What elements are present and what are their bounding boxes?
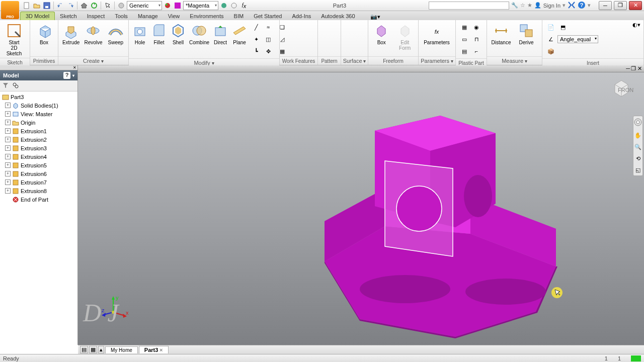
viewport-restore-icon[interactable]: ❐ (631, 65, 636, 71)
signin-link[interactable]: Sign In (543, 3, 560, 9)
tab-autodesk-360[interactable]: Autodesk 360 (316, 12, 360, 20)
combine-button[interactable]: Combine (189, 22, 209, 45)
plastic-lip-button[interactable]: ⌐ (471, 46, 482, 57)
tree-item[interactable]: +Extrusion1 (0, 127, 77, 135)
open-button[interactable] (32, 1, 41, 10)
tree-item[interactable]: +Solid Bodies(1) (0, 101, 77, 110)
plastic-snap-button[interactable]: ⊓ (471, 34, 482, 45)
angle-equal-combo[interactable]: Angle_equal▾ (557, 35, 598, 43)
plastic-boss-button[interactable]: ◉ (471, 22, 482, 33)
plastic-rest-button[interactable]: ▭ (459, 34, 470, 45)
thread-button[interactable]: ≈ (263, 22, 274, 33)
view-cube[interactable]: FRONT (609, 75, 634, 101)
save-button[interactable] (42, 1, 51, 10)
fx-button[interactable]: fx (239, 1, 249, 10)
tab-grid-icon[interactable]: ▦ (89, 346, 97, 353)
tab-inspect[interactable]: Inspect (82, 12, 110, 20)
browser-header[interactable]: Model? (0, 70, 77, 80)
tab-manage[interactable]: Manage (133, 12, 163, 20)
tab-get-started[interactable]: Get Started (249, 12, 287, 20)
tree-item[interactable]: +Extrusion8 (0, 187, 77, 195)
ucs-button[interactable]: ┗ (251, 46, 262, 57)
style-combo[interactable]: Generic (127, 1, 162, 10)
split-button[interactable]: ◫ (263, 34, 274, 45)
revolve-button[interactable]: Revolve (84, 22, 103, 45)
tab-tools[interactable]: Tools (110, 12, 133, 20)
plastic-rule-button[interactable]: ▤ (459, 46, 470, 57)
find-icon[interactable] (12, 82, 19, 90)
sweep-button[interactable]: Sweep (106, 22, 125, 45)
new-button[interactable] (22, 1, 31, 10)
insert-object-button[interactable]: 📦 (545, 46, 556, 57)
fillet-button[interactable]: Fillet (151, 22, 167, 45)
color-combo[interactable]: *Magenta (183, 1, 218, 10)
tree-item[interactable]: +Extrusion2 (0, 135, 77, 144)
tab-sketch[interactable]: Sketch (55, 12, 82, 20)
box-primitive-button[interactable]: Box (33, 22, 55, 45)
viewport-close-icon[interactable]: ✕ (637, 65, 642, 71)
derive-button[interactable]: Derive (515, 22, 537, 45)
tree-item[interactable]: +Extrusion5 (0, 161, 77, 169)
plastic-grill-button[interactable]: ▦ (459, 22, 470, 33)
select-button[interactable] (103, 1, 112, 10)
update-button[interactable] (90, 1, 99, 10)
plane-button[interactable]: Plane (231, 22, 248, 45)
search-icon[interactable]: 🔧 (511, 2, 518, 9)
axis-button[interactable]: ╱ (251, 22, 262, 33)
tree-item[interactable]: +View: Master (0, 110, 77, 118)
tree-item[interactable]: +Origin (0, 118, 77, 127)
tree-item[interactable]: +Extrusion4 (0, 152, 77, 161)
tab-list-icon[interactable]: ▤ (80, 346, 88, 353)
freeform-box-button[interactable]: Box (371, 22, 392, 45)
undo-button[interactable] (56, 1, 65, 10)
tab-bim[interactable]: BIM (229, 12, 249, 20)
filter-icon[interactable] (2, 82, 9, 90)
search-input[interactable] (429, 2, 509, 10)
ribbon-options-button[interactable]: ◐▾ (632, 22, 640, 28)
insert-import-button[interactable]: 📄 (545, 22, 556, 33)
zoom-icon[interactable]: 🔍 (634, 144, 641, 150)
parameters-button[interactable]: fxParameters (422, 22, 452, 45)
insert-angle-icon[interactable]: ∠ (545, 34, 556, 45)
move-button[interactable]: ✥ (263, 46, 274, 57)
distance-button[interactable]: Distance (490, 22, 512, 45)
tab-view[interactable]: View (163, 12, 185, 20)
shell-button[interactable]: Shell (170, 22, 186, 45)
redo-button[interactable] (66, 1, 75, 10)
tab-environments[interactable]: Environments (185, 12, 228, 20)
material-button[interactable] (117, 1, 126, 10)
app-menu-button[interactable]: PRO (1, 1, 19, 19)
tree-root[interactable]: Part3 (0, 93, 77, 101)
steering-wheel-icon[interactable] (634, 118, 642, 127)
tab-add-ins[interactable]: Add-Ins (287, 12, 316, 20)
color-swatch[interactable] (173, 1, 182, 10)
doc-tab-close-icon[interactable]: × (159, 347, 163, 353)
adjust-button[interactable] (219, 1, 228, 10)
viewport[interactable]: ─ ❐ ✕ (78, 65, 644, 345)
exchange-icon[interactable] (568, 1, 576, 10)
help-icon[interactable]: ? (578, 1, 586, 10)
tab-3d-model[interactable]: 3D Model (20, 12, 55, 20)
direct-button[interactable]: Direct (212, 22, 228, 45)
clear-button[interactable] (229, 1, 238, 10)
appearance-toggle-icon[interactable]: 📷▾ (370, 14, 380, 20)
extrude-button[interactable]: Extrude (61, 22, 80, 45)
doc-tab-part[interactable]: Part3 × (139, 346, 169, 353)
maximize-button[interactable]: ❐ (614, 1, 627, 10)
insert-ifeature-button[interactable]: ⬒ (557, 22, 569, 33)
browser-help-icon[interactable]: ? (63, 72, 70, 79)
point-button[interactable]: ✦ (251, 34, 262, 45)
viewport-minimize-icon[interactable]: ─ (626, 65, 630, 71)
hole-button[interactable]: Hole (132, 22, 148, 45)
pan-icon[interactable]: ✋ (634, 132, 641, 139)
tree-item[interactable]: +Extrusion6 (0, 169, 77, 178)
orbit-icon[interactable]: ⟲ (636, 155, 640, 162)
close-button[interactable]: ✕ (629, 1, 642, 10)
doc-tab-home[interactable]: My Home (105, 346, 138, 353)
tree-item[interactable]: End of Part (0, 195, 77, 204)
tree-item[interactable]: +Extrusion3 (0, 144, 77, 152)
browser-pin-icon[interactable]: ✕ (0, 65, 77, 70)
edit-form-button[interactable]: Edit Form (395, 22, 416, 51)
home-button[interactable] (79, 1, 89, 10)
minimize-button[interactable]: ─ (599, 1, 612, 10)
